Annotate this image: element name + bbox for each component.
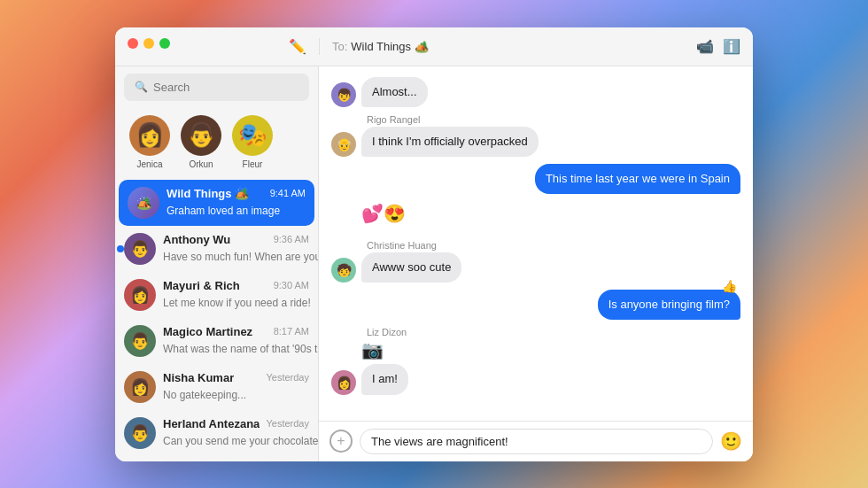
conversation-item-nisha[interactable]: 👩 Nisha Kumar Yesterday No gatekeeping..… [115,364,318,410]
conversation-list: 🏕️ Wild Things 🏕️ 9:41 AM Graham loved a… [115,180,318,461]
conv-preview: What was the name of that '90s thriller … [163,343,318,355]
message-row: This time last year we were in Spain [331,164,740,194]
to-label: To: [332,40,347,53]
conv-name-row: Nisha Kumar Yesterday [163,371,309,384]
app-window: ✏️ To: Wild Things 🏕️ 📹 ℹ️ 🔍 [115,27,753,461]
conv-name-row: Magico Martinez 8:17 AM [163,325,309,338]
conv-info: Herland Antezana Yesterday Can you send … [163,417,309,448]
conv-name-row: Anthony Wu 9:36 AM [163,233,309,246]
main-content: 🔍 👩 Jenica 👨 Orkun 🎭 Fleur [115,66,753,461]
conv-preview: Let me know if you need a ride! [163,297,311,309]
search-icon: 🔍 [135,81,148,93]
conv-time: Yesterday [266,418,309,429]
conversation-item-magico[interactable]: 👨 Magico Martinez 8:17 AM What was the n… [115,318,318,364]
conv-info: Mayuri & Rich 9:30 AM Let me know if you… [163,279,309,310]
conv-info: Anthony Wu 9:36 AM Have so much fun! Whe… [163,233,309,264]
conv-info: Wild Things 🏕️ 9:41 AM Graham loved an i… [167,187,306,218]
maximize-button[interactable] [159,38,170,49]
conv-avatar: 👩 [124,371,156,403]
sender-name: Christine Huang [367,240,437,251]
compose-button[interactable]: ✏️ [289,38,306,55]
message-avatar: 🧒 [331,258,356,283]
video-call-icon[interactable]: 📹 [696,38,714,55]
input-area: + 🙂 [319,421,753,461]
conv-avatar: 👨 [124,233,156,265]
message-bubble: I am! [361,364,408,394]
chat-header: To: Wild Things 🏕️ 📹 ℹ️ [319,38,753,55]
info-icon[interactable]: ℹ️ [723,38,740,55]
conv-avatar: 🏕️ [128,187,159,219]
conv-preview: Graham loved an image [167,205,280,217]
emoji-picker-button[interactable]: 🙂 [720,430,742,452]
emoji-reaction: 💕😍 [361,203,740,224]
message-bubble: This time last year we were in Spain [535,164,740,194]
message-with-avatar: 👩 📷 I am! [331,339,408,394]
conv-avatar: 👨 [124,325,156,357]
message-bubble: Is anyone bringing film? [598,290,740,320]
message-row: 👦 Almost... [331,77,740,107]
tapback-icon: 👍 [722,279,737,293]
search-input[interactable] [153,81,298,94]
add-attachment-button[interactable]: + [329,430,353,453]
unread-indicator [117,245,124,252]
conv-name: Anthony Wu [163,233,230,246]
conv-info: Magico Martinez 8:17 AM What was the nam… [163,325,309,356]
conv-name-row: Mayuri & Rich 9:30 AM [163,279,309,292]
chat-actions: 📹 ℹ️ [696,38,740,55]
message-with-avatar: 🧒 Awww soo cute [331,252,461,283]
conversation-item-mayuri[interactable]: 👩 Mayuri & Rich 9:30 AM Let me know if y… [115,272,318,318]
conversation-item-leticia[interactable]: 👩 Leticia Ibarra 6/8/24 I'll bring my bi… [115,456,318,461]
message-row: Christine Huang 🧒 Awww soo cute [331,240,740,283]
title-bar: ✏️ To: Wild Things 🏕️ 📹 ℹ️ [115,27,753,66]
message-bubble: Almost... [361,77,428,107]
avatar-item[interactable]: 🎭 Fleur [232,115,273,169]
message-row: Rigo Rangel 👴 I think I'm officially ove… [331,114,740,157]
message-row: Is anyone bringing film? 👍 [331,290,740,320]
message-input[interactable] [360,429,713,454]
conv-preview: Can you send me your chocolate chip cook… [163,435,318,447]
conversation-item-herland[interactable]: 👨 Herland Antezana Yesterday Can you sen… [115,410,318,456]
message-avatar: 👦 [331,82,356,107]
message-avatar: 👴 [331,132,356,157]
conv-time: Yesterday [266,372,309,383]
avatar-label-fleur: Fleur [243,159,263,169]
conv-time: 9:41 AM [270,188,306,198]
avatar-fleur: 🎭 [232,115,273,156]
conv-name-row: Wild Things 🏕️ 9:41 AM [167,187,306,200]
close-button[interactable] [128,38,138,49]
avatar-item[interactable]: 👩 Jenica [129,115,170,169]
avatar-label-jenica: Jenica [137,159,163,169]
conv-name: Wild Things 🏕️ [167,187,249,200]
conv-time: 8:17 AM [274,326,309,337]
conv-name: Magico Martinez [163,325,252,338]
avatar-item[interactable]: 👨 Orkun [181,115,221,169]
conv-avatar: 👨 [124,417,156,449]
conv-avatar: 👩 [124,279,156,311]
film-emoji: 📷 [361,339,408,360]
chat-recipient: To: Wild Things 🏕️ [332,40,429,53]
conv-time: 9:30 AM [274,280,309,290]
sender-name: Liz Dizon [367,327,407,337]
conv-time: 9:36 AM [274,234,309,244]
conv-name: Mayuri & Rich [163,279,240,292]
traffic-lights: ✏️ [115,38,319,55]
message-avatar: 👩 [331,370,356,395]
avatar-jenica: 👩 [129,115,170,156]
search-bar[interactable]: 🔍 [124,74,309,101]
message-with-avatar: 👦 Almost... [331,77,428,107]
message-bubble: I think I'm officially overpacked [361,127,539,157]
conv-name: Herland Antezana [163,417,260,430]
conv-preview: Have so much fun! When are you back? [163,251,318,263]
messages-area: 👦 Almost... Rigo Rangel 👴 I think I'm of… [319,66,753,421]
conv-info: Nisha Kumar Yesterday No gatekeeping... [163,371,309,402]
avatar-orkun: 👨 [181,115,221,156]
minimize-button[interactable] [143,38,154,49]
recipient-name: Wild Things 🏕️ [351,40,428,53]
message-with-avatar: 👴 I think I'm officially overpacked [331,127,539,157]
conversation-item-anthony[interactable]: 👨 Anthony Wu 9:36 AM Have so much fun! W… [115,226,318,272]
conversation-item-wild-things[interactable]: 🏕️ Wild Things 🏕️ 9:41 AM Graham loved a… [119,180,314,226]
conv-name-row: Herland Antezana Yesterday [163,417,309,430]
conv-name: Nisha Kumar [163,371,234,384]
sidebar: 🔍 👩 Jenica 👨 Orkun 🎭 Fleur [115,66,319,461]
message-row: Liz Dizon 👩 📷 I am! [331,327,740,394]
